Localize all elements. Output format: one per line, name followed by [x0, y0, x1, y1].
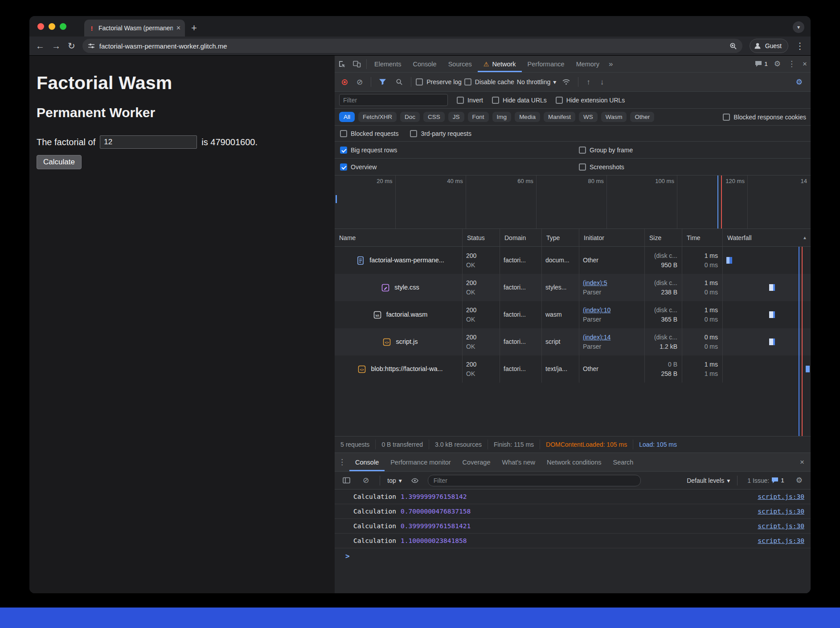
tab-elements[interactable]: Elements [369, 56, 407, 72]
column-header-time[interactable]: Time [682, 229, 723, 246]
drawer-tab-search[interactable]: Search [607, 453, 639, 471]
console-message[interactable]: Calculation 1.100000023841858 script.js:… [335, 534, 811, 548]
console-prompt[interactable]: > [335, 548, 811, 563]
forward-button[interactable]: → [52, 41, 61, 50]
console-message[interactable]: Calculation 0.3999999761581421 script.js… [335, 519, 811, 534]
checkbox[interactable] [340, 130, 347, 137]
drawer-menu-icon[interactable]: ⋮ [335, 458, 349, 466]
clear-console-icon[interactable]: ⊘ [359, 477, 373, 484]
log-levels-dropdown[interactable]: Default levels ▾ [687, 477, 730, 484]
filter-chip-all[interactable]: All [339, 112, 355, 122]
live-expression-eye-icon[interactable] [407, 477, 422, 484]
drawer-tab-performance-monitor[interactable]: Performance monitor [385, 453, 456, 471]
invert-checkbox[interactable]: Invert [457, 97, 483, 104]
filter-funnel-icon[interactable] [376, 79, 389, 85]
filter-chip-img[interactable]: Img [492, 112, 512, 122]
calculate-button[interactable]: Calculate [37, 155, 82, 169]
filter-chip-font[interactable]: Font [468, 112, 489, 122]
filter-chip-other[interactable]: Other [630, 112, 654, 122]
checkbox[interactable] [723, 114, 730, 121]
checkbox[interactable] [579, 147, 586, 154]
drawer-tab-network-conditions[interactable]: Network conditions [541, 453, 607, 471]
site-settings-icon[interactable] [88, 42, 95, 49]
group-by-frame-checkbox[interactable]: Group by frame [579, 147, 633, 154]
clear-network-log-icon[interactable]: ⊘ [353, 78, 366, 86]
network-conditions-icon[interactable] [559, 79, 574, 85]
initiator-link[interactable]: (index):5 [583, 278, 644, 287]
column-header-size[interactable]: Size [645, 229, 682, 246]
checkbox-checked[interactable] [340, 163, 347, 171]
devtools-menu-icon[interactable]: ⋮ [784, 60, 799, 68]
hide-data-urls-checkbox[interactable]: Hide data URLs [492, 97, 547, 104]
network-request-row[interactable]: factorial-wasm-permane... 200OK factori.… [335, 247, 811, 274]
zoom-icon[interactable] [729, 42, 737, 50]
filter-chip-doc[interactable]: Doc [400, 112, 420, 122]
source-link[interactable]: script.js:30 [758, 522, 804, 530]
filter-chip-js[interactable]: JS [448, 112, 464, 122]
tab-memory[interactable]: Memory [570, 56, 605, 72]
big-request-rows-checkbox[interactable]: Big request rows [340, 147, 579, 154]
source-link[interactable]: script.js:30 [758, 493, 804, 500]
screenshots-checkbox[interactable]: Screenshots [579, 163, 624, 171]
checkbox[interactable] [410, 130, 417, 137]
network-search-icon[interactable] [392, 78, 406, 86]
tab-performance[interactable]: Performance [522, 56, 570, 72]
issues-counter[interactable]: 1 [752, 61, 770, 67]
drawer-tab-console[interactable]: Console [349, 453, 385, 471]
inspect-element-icon[interactable] [335, 60, 349, 68]
filter-chip-css[interactable]: CSS [423, 112, 445, 122]
drawer-close-icon[interactable]: × [796, 458, 808, 466]
close-window-button[interactable] [37, 23, 44, 30]
profile-chip[interactable]: Guest [750, 39, 788, 53]
filter-chip-fetch[interactable]: Fetch/XHR [358, 112, 397, 122]
column-header-status[interactable]: Status [463, 229, 500, 246]
console-sidebar-toggle-icon[interactable] [339, 477, 354, 484]
initiator-link[interactable]: (index):10 [583, 306, 644, 314]
column-header-domain[interactable]: Domain [500, 229, 542, 246]
more-tabs-icon[interactable]: » [605, 60, 616, 68]
network-filter-input[interactable] [339, 94, 448, 106]
network-request-row[interactable]: <> blob:https://factorial-wa... 200OK fa… [335, 355, 811, 383]
network-settings-icon[interactable]: ⚙ [792, 78, 806, 86]
tab-close-icon[interactable]: × [176, 24, 180, 32]
checkbox[interactable] [579, 163, 586, 171]
checkbox-checked[interactable] [340, 147, 347, 154]
column-header-initiator[interactable]: Initiator [579, 229, 645, 246]
factorial-input[interactable] [100, 135, 197, 149]
network-request-row[interactable]: <> script.js 200OK factori... script (in… [335, 328, 811, 355]
tab-console[interactable]: Console [407, 56, 442, 72]
import-har-icon[interactable]: ↑ [583, 78, 594, 86]
export-har-icon[interactable]: ↓ [597, 78, 608, 86]
reload-button[interactable]: ↻ [68, 41, 75, 50]
new-tab-button[interactable]: + [191, 22, 197, 34]
hide-extension-urls-checkbox[interactable]: Hide extension URLs [556, 97, 625, 104]
console-message[interactable]: Calculation 1.399999976158142 script.js:… [335, 489, 811, 504]
browser-tab[interactable]: ! Factorial Wasm (permanent W × [84, 20, 185, 37]
network-request-row[interactable]: WA factorial.wasm 200OK factori... wasm … [335, 301, 811, 328]
disable-cache-checkbox[interactable]: Disable cache [464, 78, 514, 86]
tab-search-button[interactable]: ▾ [793, 21, 804, 33]
devtools-close-icon[interactable]: × [799, 60, 811, 68]
browser-menu-button[interactable]: ⋮ [795, 41, 804, 50]
back-button[interactable]: ← [36, 41, 45, 50]
url-bar[interactable]: factorial-wasm-permanent-worker.glitch.m… [82, 39, 742, 53]
checkbox[interactable] [492, 97, 499, 104]
minimize-window-button[interactable] [49, 23, 55, 30]
network-overview-timeline[interactable]: 20 ms 40 ms 60 ms 80 ms 100 ms 120 ms 14 [335, 175, 811, 229]
network-request-row[interactable]: style.css 200OK factori... styles... (in… [335, 274, 811, 301]
filter-chip-manifest[interactable]: Manifest [544, 112, 575, 122]
filter-chip-wasm[interactable]: Wasm [601, 112, 627, 122]
throttling-dropdown[interactable]: No throttling ▾ [517, 78, 557, 86]
checkbox[interactable] [457, 97, 464, 104]
tab-network[interactable]: ⚠ Network [478, 56, 522, 72]
tab-sources[interactable]: Sources [443, 56, 478, 72]
console-context-dropdown[interactable]: top ▾ [387, 477, 402, 484]
source-link[interactable]: script.js:30 [758, 537, 804, 544]
drawer-tab-whats-new[interactable]: What's new [496, 453, 541, 471]
source-link[interactable]: script.js:30 [758, 508, 804, 515]
column-header-type[interactable]: Type [542, 229, 579, 246]
overview-checkbox[interactable]: Overview [340, 163, 579, 171]
preserve-log-checkbox[interactable]: Preserve log [416, 78, 462, 86]
checkbox[interactable] [416, 78, 423, 86]
column-header-name[interactable]: Name [335, 229, 463, 246]
